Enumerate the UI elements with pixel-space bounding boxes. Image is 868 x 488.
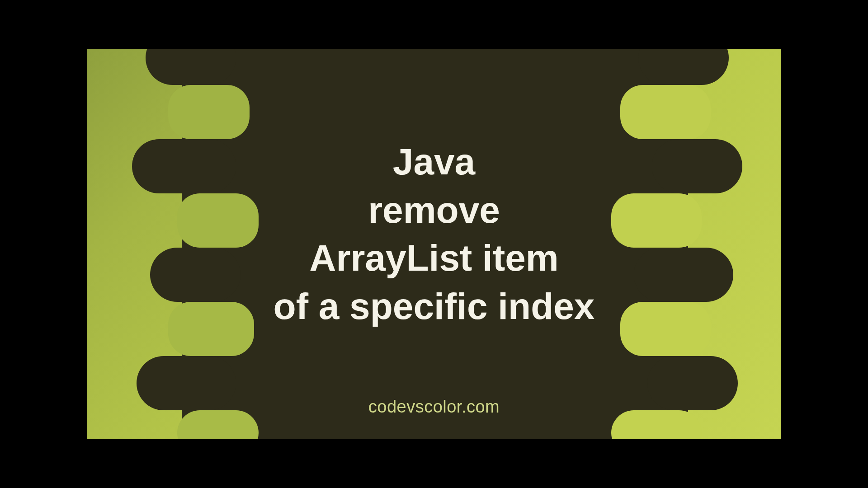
blob-bump bbox=[150, 248, 241, 302]
title-line-4: of a specific index bbox=[274, 282, 595, 331]
blob-bump bbox=[132, 139, 236, 193]
blob-cutout bbox=[620, 302, 711, 356]
blob-cutout bbox=[177, 410, 259, 439]
blob-cutout bbox=[611, 410, 702, 439]
blob-cutout bbox=[177, 193, 259, 248]
blob-cutout bbox=[168, 302, 254, 356]
watermark-text: codevscolor.com bbox=[368, 397, 500, 417]
blob-cutout bbox=[611, 193, 702, 248]
blob-cutout bbox=[168, 85, 250, 139]
blob-bump bbox=[638, 49, 729, 85]
blob-bump bbox=[647, 356, 738, 410]
blob-cutout bbox=[620, 85, 711, 139]
title-line-2: remove bbox=[274, 186, 595, 235]
blob-bump bbox=[652, 139, 742, 193]
blob-bump bbox=[137, 356, 236, 410]
banner-graphic: Java remove ArrayList item of a specific… bbox=[87, 49, 781, 439]
blob-bump bbox=[634, 248, 733, 302]
banner-title: Java remove ArrayList item of a specific… bbox=[274, 138, 595, 330]
title-line-1: Java bbox=[274, 138, 595, 186]
title-line-3: ArrayList item bbox=[274, 235, 595, 283]
blob-bump bbox=[146, 49, 236, 85]
